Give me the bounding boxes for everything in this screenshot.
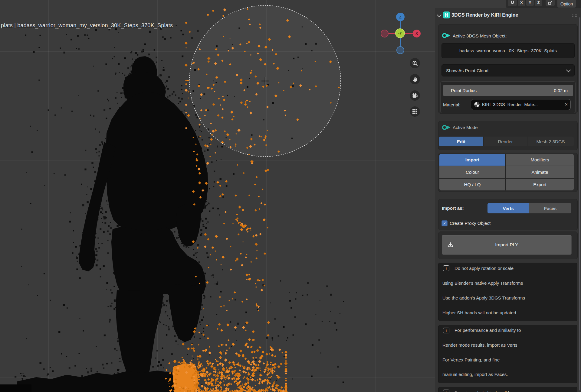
info-text: For Vertex Painting, and fine — [442, 357, 500, 363]
point-radius-slider[interactable]: Point Radius 0.02 m — [443, 85, 573, 96]
import-as-toggle: Verts Faces — [487, 203, 571, 213]
info-icon: i — [443, 265, 449, 271]
import-as-faces[interactable]: Faces — [529, 203, 571, 213]
gizmo-neg-z-ball[interactable] — [396, 46, 404, 54]
category-animate[interactable]: Animate — [506, 166, 574, 178]
mirror-y-button[interactable]: Y — [526, 0, 534, 6]
info-icon: i — [443, 328, 449, 333]
active-mode-label: Active Mode — [453, 125, 478, 130]
grid-icon — [412, 109, 417, 114]
category-hq-lq[interactable]: HQ / LQ — [439, 179, 505, 190]
import-ply-label: Import PLY — [495, 242, 518, 248]
camera-icon — [412, 93, 418, 98]
category-grid: Import Modifiers Colour Animate HQ / LQ … — [439, 154, 574, 190]
mesh-data-icon — [442, 124, 451, 131]
info-text: Use the addon's Apply 3DGS Transforms — [442, 295, 525, 301]
material-name: KIRI_3DGS_Render_Mate... — [482, 102, 538, 107]
category-export[interactable]: Export — [506, 179, 574, 190]
material-clear-button[interactable]: × — [565, 102, 570, 107]
category-modifiers[interactable]: Modifiers — [506, 154, 574, 166]
viewport-object-breadcrumb: plats | badass_warrior_woman_my_version_… — [1, 22, 173, 29]
tool-settings-bar: X Y Z Option — [506, 0, 581, 8]
gizmo-neg-y-ball[interactable]: -Y — [395, 28, 405, 38]
panel-scrollbar[interactable] — [579, 17, 580, 390]
create-proxy-label: Create Proxy Object — [450, 221, 491, 226]
zoom-tool-button[interactable] — [410, 58, 420, 68]
point-cloud-silhouette — [17, 56, 208, 392]
tab-mesh2-3dgs[interactable]: Mesh 2 3DGS — [527, 137, 574, 146]
info-text: Render mode results, import as Verts — [442, 342, 517, 348]
panel-collapse-chevron-icon[interactable] — [437, 13, 442, 18]
import-ply-button[interactable]: Import PLY — [442, 235, 572, 255]
info-text: Face imported objects will be — [455, 389, 513, 392]
snap-target-button[interactable] — [546, 0, 555, 6]
point-radius-value: 0.02 m — [554, 88, 568, 93]
mesh-object-name: badass_warrior_woma...0K_Steps_370K_Spla… — [459, 48, 557, 53]
info-text: For performance and similarity to — [455, 327, 521, 334]
mesh-object-name-field[interactable]: badass_warrior_woma...0K_Steps_370K_Spla… — [441, 43, 575, 58]
gizmo-neg-x-ball[interactable] — [381, 30, 389, 37]
mesh-data-icon — [442, 32, 451, 39]
ortho-grid-button[interactable] — [410, 106, 420, 117]
import-as-verts[interactable]: Verts — [487, 203, 529, 213]
info-text: using Blender's native Apply Transforms — [442, 280, 523, 287]
category-import[interactable]: Import — [439, 154, 505, 166]
tab-render[interactable]: Render — [484, 137, 527, 146]
create-proxy-checkbox[interactable]: ✓ — [441, 220, 448, 226]
blender-window: plats | badass_warrior_woman_my_version_… — [0, 0, 581, 392]
kiri-engine-logo-icon — [443, 11, 450, 18]
material-label: Material: — [443, 102, 461, 107]
mirror-z-button[interactable]: Z — [535, 0, 542, 6]
display-mode-dropdown[interactable]: Show As Point Cloud — [441, 64, 575, 76]
material-sphere-icon — [474, 102, 480, 108]
info-text: Do not apply rotation or scale — [455, 265, 514, 272]
panel-title[interactable]: 3DGS Render by KIRI Engine — [451, 12, 518, 18]
tab-edit[interactable]: Edit — [439, 137, 484, 146]
hand-icon — [412, 76, 418, 82]
mesh-object-label: Active 3DGS Mesh Object: — [453, 33, 507, 38]
snap-magnet-icon — [510, 0, 515, 5]
paint-cursor-crosshair — [265, 77, 265, 85]
point-radius-label: Point Radius — [451, 88, 477, 93]
snap-target-icon — [548, 0, 553, 5]
category-colour[interactable]: Colour — [439, 166, 505, 178]
import-tray-icon — [447, 242, 454, 248]
snap-magnet-button[interactable] — [508, 0, 517, 6]
material-field[interactable]: KIRI_3DGS_Render_Mate... × — [471, 99, 571, 110]
navigation-gizmo[interactable]: Z X -Y — [380, 11, 421, 56]
gizmo-x-ball[interactable]: X — [413, 30, 421, 37]
info-text: manual editing, import as Faces. — [442, 371, 508, 378]
magnifier-plus-icon — [412, 60, 418, 66]
info-text: Higher SH bands will not be updated — [442, 309, 516, 316]
kiri-engine-panel: 3DGS Render by KIRI Engine Active 3DGS M… — [435, 8, 581, 392]
import-as-label: Import as: — [442, 206, 464, 211]
chevron-down-icon — [566, 68, 571, 73]
options-dropdown[interactable]: Option — [557, 0, 576, 8]
editor-corner-region — [0, 384, 31, 392]
camera-view-button[interactable] — [410, 90, 420, 101]
display-mode-value: Show As Point Cloud — [446, 68, 488, 73]
info-icon: i — [443, 390, 449, 392]
mode-tab-bar: Edit Render Mesh 2 3DGS — [439, 137, 574, 146]
panel-drag-handle[interactable] — [572, 14, 577, 17]
mirror-x-button[interactable]: X — [518, 0, 525, 6]
gizmo-z-ball[interactable]: Z — [396, 13, 405, 21]
pan-tool-button[interactable] — [410, 74, 420, 84]
